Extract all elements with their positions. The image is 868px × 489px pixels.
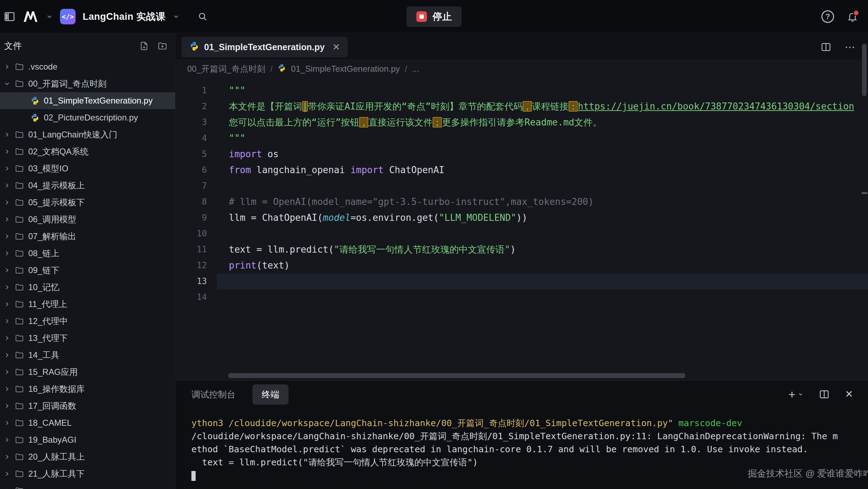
horizontal-scrollbar-thumb[interactable]	[228, 373, 685, 378]
tree-folder-item[interactable]: 14_工具	[0, 347, 175, 364]
tree-file-item[interactable]: 01_SimpleTextGeneration.py	[0, 92, 175, 109]
watermark-text: 掘金技术社区 @ 爱谁谁爱咋咋	[748, 467, 868, 480]
code-token: import	[229, 149, 262, 159]
split-editor-icon[interactable]	[821, 42, 831, 52]
tree-folder-item[interactable]: 21_人脉工具下	[0, 465, 175, 482]
tree-item-label: 15_RAG应用	[28, 366, 78, 378]
code-line[interactable]: 7	[176, 178, 868, 194]
tree-folder-item[interactable]: 20_人脉工具上	[0, 448, 175, 465]
tree-folder-item[interactable]: .vscode	[0, 58, 175, 75]
close-panel-icon[interactable]: ✕	[845, 389, 853, 399]
new-terminal-button[interactable]: +	[789, 388, 803, 400]
tree-folder-item[interactable]: 07_解析输出	[0, 228, 175, 245]
tree-folder-item[interactable]: 00_开篇词_奇点时刻	[0, 75, 175, 92]
code-text	[217, 178, 868, 194]
breadcrumb-file[interactable]: 01_SimpleTextGeneration.py	[291, 64, 400, 74]
code-line[interactable]: 5import os	[176, 146, 868, 162]
tree-folder-item[interactable]: 09_链下	[0, 262, 175, 279]
tree-item-label: 19_BabyAGI	[28, 435, 76, 445]
code-line[interactable]: 3您可以点击最上方的“运行”按钮，直接运行该文件；更多操作指引请参考Readme…	[176, 114, 868, 130]
code-line[interactable]: 6from langchain_openai import ChatOpenAI	[176, 162, 868, 178]
tree-folder-item[interactable]: 17_回调函数	[0, 397, 175, 414]
code-text	[217, 289, 868, 305]
code-lines: 1"""2本文件是【开篇词|带你亲证AI应用开发的“奇点”时刻】章节的配套代码，…	[176, 78, 868, 380]
terminal-cursor	[191, 471, 196, 481]
tree-folder-item[interactable]	[0, 482, 175, 489]
chevron-right-icon	[4, 267, 15, 274]
vertical-scrollbar-thumb[interactable]	[862, 44, 867, 96]
breadcrumb-more[interactable]: ...	[412, 64, 419, 74]
help-icon[interactable]: ?	[821, 10, 834, 23]
code-token: )	[510, 244, 516, 255]
new-file-icon[interactable]	[139, 41, 149, 51]
code-token: ，	[359, 117, 368, 128]
project-title[interactable]: LangChain 实战课	[83, 10, 166, 23]
chevron-down-icon[interactable]	[46, 13, 53, 20]
code-text: print(text)	[217, 258, 868, 273]
folder-icon	[15, 130, 28, 139]
tree-folder-item[interactable]: 05_提示模板下	[0, 194, 175, 211]
folder-icon	[15, 181, 28, 190]
tree-item-label: 18_CAMEL	[28, 418, 72, 428]
tab-debug-console[interactable]: 调试控制台	[191, 389, 236, 400]
stop-icon	[416, 11, 427, 22]
split-terminal-icon[interactable]	[819, 389, 830, 400]
horizontal-scrollbar[interactable]	[219, 373, 854, 378]
code-line[interactable]: 4"""	[176, 130, 868, 146]
tree-item-label: 05_提示模板下	[28, 197, 85, 208]
tree-folder-item[interactable]: 16_操作数据库	[0, 381, 175, 397]
code-text: text = llm.predict("请给我写一句情人节红玫瑰的中文宣传语")	[217, 242, 868, 258]
tab-terminal[interactable]: 终端	[252, 384, 289, 405]
tree-folder-item[interactable]: 15_RAG应用	[0, 364, 175, 381]
line-number: 12	[176, 258, 217, 273]
stop-button[interactable]: 停止	[406, 6, 462, 27]
tree-folder-item[interactable]: 11_代理上	[0, 296, 175, 313]
code-line[interactable]: 11text = llm.predict("请给我写一句情人节红玫瑰的中文宣传语…	[176, 242, 868, 258]
code-token: ChatOpenAI	[384, 165, 444, 175]
folder-icon	[15, 164, 28, 173]
search-icon[interactable]	[197, 11, 208, 22]
code-line[interactable]: 2本文件是【开篇词|带你亲证AI应用开发的“奇点”时刻】章节的配套代码，课程链接…	[176, 99, 868, 114]
sidebar-toggle-icon[interactable]	[4, 11, 16, 23]
tree-folder-item[interactable]: 12_代理中	[0, 313, 175, 330]
notifications-bell-icon[interactable]	[847, 11, 858, 22]
tree-folder-item[interactable]: 10_记忆	[0, 279, 175, 296]
tree-folder-item[interactable]: 06_调用模型	[0, 211, 175, 228]
marscode-logo-icon[interactable]	[23, 10, 39, 23]
code-token: 课程链接	[532, 101, 569, 112]
code-token: llm = ChatOpenAI(	[229, 212, 323, 223]
panel-header: 调试控制台 终端 + ✕	[176, 381, 868, 408]
code-line[interactable]: 9llm = ChatOpenAI(model=os.environ.get("…	[176, 210, 868, 226]
new-folder-icon[interactable]	[157, 41, 167, 51]
python-file-icon	[189, 41, 199, 53]
tree-folder-item[interactable]: 03_模型IO	[0, 160, 175, 177]
chevron-right-icon	[4, 250, 15, 257]
tab-close-icon[interactable]: ✕	[332, 42, 340, 52]
tree-folder-item[interactable]: 08_链上	[0, 245, 175, 262]
tree-folder-item[interactable]: 19_BabyAGI	[0, 431, 175, 448]
line-number: 1	[176, 83, 217, 99]
tree-folder-item[interactable]: 01_LangChain快速入门	[0, 126, 175, 143]
code-line[interactable]: 13	[176, 273, 868, 289]
code-line[interactable]: 8# llm = OpenAI(model_name="gpt-3.5-turb…	[176, 194, 868, 210]
code-line[interactable]: 10	[176, 226, 868, 242]
folder-icon	[15, 350, 28, 360]
editor-tab-active[interactable]: 01_SimpleTextGeneration.py ✕	[182, 37, 348, 57]
code-line[interactable]: 12print(text)	[176, 258, 868, 273]
code-editor[interactable]: 1"""2本文件是【开篇词|带你亲证AI应用开发的“奇点”时刻】章节的配套代码，…	[176, 78, 868, 380]
folder-icon	[15, 486, 28, 489]
code-token: langchain_openai	[251, 165, 351, 175]
tree-folder-item[interactable]: 13_代理下	[0, 330, 175, 347]
code-line[interactable]: 14	[176, 289, 868, 305]
tree-folder-item[interactable]: 04_提示模板上	[0, 177, 175, 194]
code-line[interactable]: 1"""	[176, 83, 868, 99]
vertical-scrollbar[interactable]	[860, 33, 868, 489]
breadcrumb-folder[interactable]: 00_开篇词_奇点时刻	[187, 63, 265, 75]
more-actions-icon[interactable]: ⋯	[845, 42, 856, 52]
tree-folder-item[interactable]: 02_文档QA系统	[0, 143, 175, 160]
editor-column: 01_SimpleTextGeneration.py ✕ ⋯ 00_开篇词_奇点…	[176, 33, 868, 489]
tree-file-item[interactable]: 02_PictureDescription.py	[0, 109, 175, 126]
chevron-down-icon[interactable]	[173, 13, 180, 20]
folder-icon	[15, 401, 28, 411]
tree-folder-item[interactable]: 18_CAMEL	[0, 414, 175, 431]
